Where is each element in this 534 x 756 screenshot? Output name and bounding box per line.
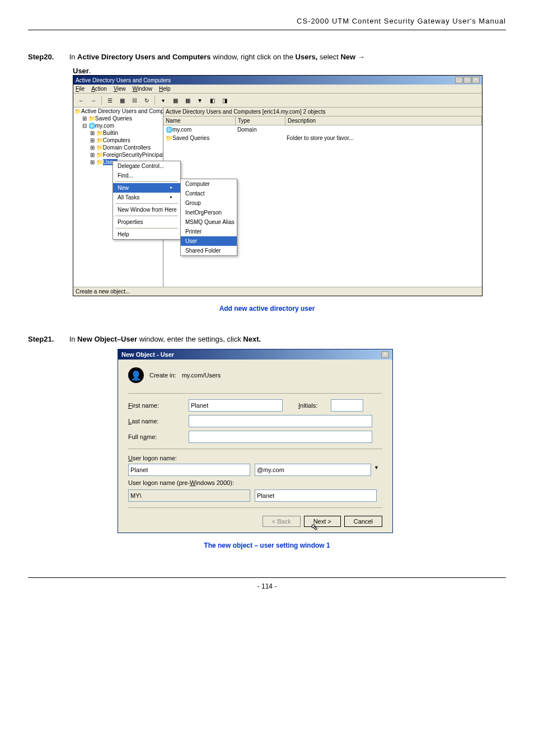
txt: In [69, 335, 77, 343]
last-name-input[interactable] [189, 415, 372, 427]
ctx-msmq[interactable]: MSMQ Queue Alias [181, 217, 237, 227]
ctx-help[interactable]: Help [113, 230, 180, 239]
txt: window, right click on the [211, 53, 296, 61]
first-name-label: First name: [128, 402, 184, 409]
txt: . [89, 67, 91, 75]
txt: In [69, 53, 77, 61]
up-icon[interactable]: ☰ [104, 95, 115, 106]
last-name-row: Last name: [128, 415, 382, 427]
menubar: File Action View Window Help [73, 85, 482, 94]
menu-help[interactable]: Help [159, 86, 171, 92]
cancel-button[interactable]: Cancel [344, 516, 382, 527]
step20-row: Step20. In Active Directory Users and Co… [28, 53, 506, 61]
aduc-title-text: Active Directory Users and Computers [76, 77, 171, 83]
logon2000-row [128, 489, 382, 502]
initials-input[interactable] [331, 399, 363, 412]
tb-icon4[interactable]: ◨ [219, 95, 230, 106]
step20-label: Step20. [28, 53, 67, 61]
ctx-user[interactable]: User [181, 236, 237, 246]
bold: New [340, 53, 355, 61]
tb-icon2[interactable]: ▦ [182, 95, 193, 106]
dialog-body: 👤 Create in: my.com/Users First name: In… [118, 360, 392, 533]
ctx-alltasks[interactable]: All Tasks [113, 193, 180, 202]
list-title: Active Directory Users and Computers [er… [163, 108, 482, 116]
chevron-down-icon[interactable]: ▼ [374, 465, 379, 470]
statusbar: Create a new object... [73, 287, 482, 296]
close-icon[interactable]: × [472, 77, 480, 83]
toolbar: ← → ☰ ▦ ☒ ↻ ▾ ▦ ▦ ▼ ◧ ◨ [73, 94, 482, 108]
create-in-label: Create in: [149, 372, 176, 379]
step21-row: Step21. In New Object–User window, enter… [28, 335, 506, 343]
ctx-find[interactable]: Find... [113, 171, 180, 180]
ctx-newwindow[interactable]: New Window from Here [113, 205, 180, 214]
page-header: CS-2000 UTM Content Security Gateway Use… [28, 17, 506, 30]
funnel-icon[interactable]: ▼ [194, 95, 205, 106]
tree-root[interactable]: 📁Active Directory Users and Comput [73, 108, 163, 115]
txt: select [317, 53, 340, 61]
first-name-input[interactable] [189, 399, 283, 412]
tree-dc[interactable]: ⊞ 📁Domain Controllers [89, 144, 163, 151]
tb-icon[interactable]: ▦ [170, 95, 181, 106]
button-row: < Back Next > Cancel ↖ [128, 516, 382, 527]
page-number: - 114 - [28, 577, 506, 590]
ctx-properties[interactable]: Properties [113, 217, 180, 227]
tb-icon3[interactable]: ◧ [207, 95, 218, 106]
logon-label: User logon name: [128, 455, 382, 461]
ctx-computer[interactable]: Computer [181, 179, 237, 189]
props-icon[interactable]: ▦ [116, 95, 128, 106]
ctx-delegate[interactable]: Delegate Control... [113, 161, 180, 171]
back-icon[interactable]: ← [76, 95, 87, 106]
logon2000-label: User logon name (pre-Windows 2000): [128, 479, 382, 486]
first-name-row: First name: Initials: [128, 399, 382, 412]
menu-window[interactable]: Window [132, 86, 152, 92]
bold: Active Directory Users and Computers [77, 53, 210, 61]
tree-mycom[interactable]: ⊟ 🌐my.com [81, 122, 163, 129]
ctx-contact[interactable]: Contact [181, 189, 237, 198]
aduc-window: Active Directory Users and Computers _ □… [73, 75, 483, 296]
tree-computers[interactable]: ⊞ 📁Computers [89, 137, 163, 144]
bold: Users, [296, 53, 318, 61]
ctx-printer[interactable]: Printer [181, 227, 237, 236]
ctx-inetorg[interactable]: InetOrgPerson [181, 208, 237, 217]
step21-label: Step21. [28, 335, 67, 343]
col-type[interactable]: Type [236, 116, 285, 125]
back-button: < Back [263, 516, 301, 527]
next-button[interactable]: Next > [304, 516, 341, 527]
filter-icon[interactable]: ▾ [157, 95, 168, 106]
refresh-icon[interactable]: ↻ [141, 95, 152, 106]
logon2000-input[interactable] [255, 489, 377, 502]
user-icon: 👤 [128, 367, 144, 383]
maximize-icon[interactable]: □ [463, 77, 471, 83]
dialog-title: New Object - User × [118, 349, 392, 360]
tree-fsp[interactable]: ⊞ 📁ForeignSecurityPrincipals [89, 151, 163, 158]
menu-view[interactable]: View [114, 86, 126, 92]
close-icon[interactable]: × [381, 351, 389, 358]
ctx-sharedfolder[interactable]: Shared Folder [181, 246, 237, 255]
list-row[interactable]: 🌐my.com Domain [163, 125, 482, 134]
step21-text: In New Object–User window, enter the set… [69, 335, 261, 343]
menu-action[interactable]: Action [91, 86, 107, 92]
full-name-label: Full name: [128, 433, 184, 440]
col-name[interactable]: Name [163, 116, 236, 125]
menu-file[interactable]: File [76, 86, 85, 92]
tree-saved-queries[interactable]: ⊞ 📁Saved Queries [81, 115, 163, 122]
delete-icon[interactable]: ☒ [129, 95, 140, 106]
new-object-user-dialog: New Object - User × 👤 Create in: my.com/… [118, 349, 393, 533]
logon-input[interactable] [128, 464, 250, 476]
tree-builtin[interactable]: ⊞ 📁Builtin [89, 129, 163, 137]
aduc-titlebar: Active Directory Users and Computers _ □… [73, 76, 482, 85]
initials-label: Initials: [298, 402, 326, 409]
domain-select[interactable] [255, 464, 371, 476]
ctx-group[interactable]: Group [181, 198, 237, 208]
domain2000-display [128, 489, 250, 502]
txt: → [355, 53, 365, 61]
list-row[interactable]: 📁Saved Queries Folder to store your favo… [163, 134, 482, 142]
forward-icon[interactable]: → [88, 95, 99, 106]
col-desc[interactable]: Description [285, 116, 482, 125]
last-name-label: Last name: [128, 418, 184, 424]
logon-row: ▼ [128, 464, 382, 476]
ctx-new[interactable]: New [113, 183, 180, 193]
cursor-icon: ↖ [311, 522, 318, 531]
minimize-icon[interactable]: _ [455, 77, 463, 83]
full-name-input[interactable] [189, 431, 372, 443]
